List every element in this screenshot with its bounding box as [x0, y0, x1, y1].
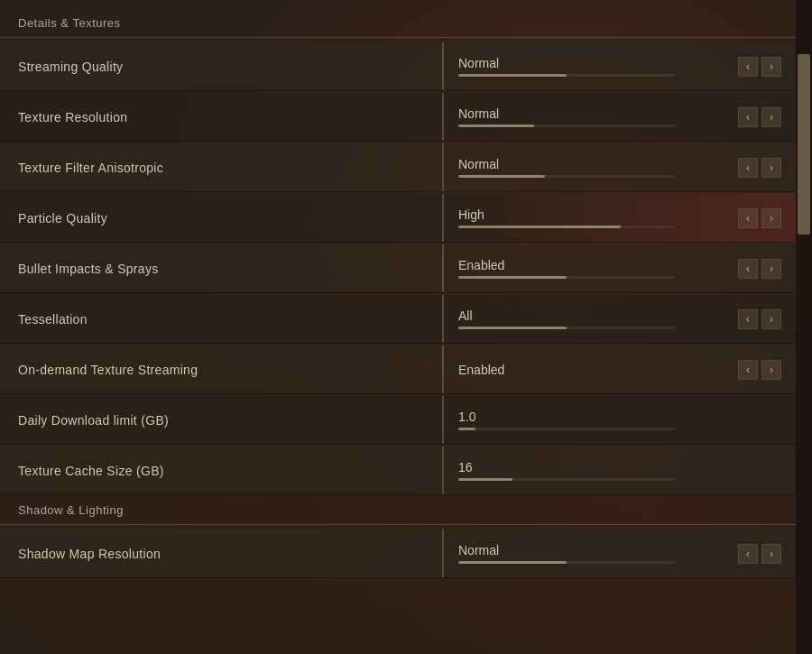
row-value-daily-download-limit: 1.0 — [451, 410, 789, 430]
row-arrows-texture-resolution: ‹› — [738, 107, 789, 127]
row-arrow-left-shadow-map-resolution[interactable]: ‹ — [738, 544, 758, 564]
row-arrow-right-tessellation[interactable]: › — [761, 309, 781, 329]
settings-page: Details & TexturesStreaming QualityNorma… — [0, 0, 812, 654]
row-label-bullet-impacts-sprays: Bullet Impacts & Sprays — [0, 262, 442, 276]
row-arrow-left-texture-filter-anisotropic[interactable]: ‹ — [738, 158, 758, 178]
row-value-area-particle-quality: High‹› — [442, 194, 796, 242]
settings-row-texture-filter-anisotropic: Texture Filter AnisotropicNormal‹› — [0, 143, 796, 192]
row-label-shadow-map-resolution: Shadow Map Resolution — [0, 547, 442, 561]
row-arrow-left-on-demand-texture-streaming[interactable]: ‹ — [738, 360, 758, 380]
row-arrow-left-bullet-impacts-sprays[interactable]: ‹ — [738, 259, 758, 279]
row-value-area-texture-filter-anisotropic: Normal‹› — [442, 143, 796, 191]
row-value-on-demand-texture-streaming: Enabled — [451, 363, 738, 377]
row-arrow-left-tessellation[interactable]: ‹ — [738, 309, 758, 329]
row-value-area-texture-cache-size: 16 — [442, 447, 796, 494]
row-bar-track-shadow-map-resolution — [458, 561, 675, 564]
row-label-texture-cache-size: Texture Cache Size (GB) — [0, 464, 442, 478]
row-value-texture-filter-anisotropic: Normal — [451, 157, 738, 178]
row-bar-fill-texture-cache-size — [458, 478, 512, 481]
row-label-texture-resolution: Texture Resolution — [0, 110, 442, 124]
row-value-streaming-quality: Normal — [451, 56, 738, 77]
row-value-shadow-map-resolution: Normal — [451, 543, 738, 564]
row-value-tessellation: All — [451, 309, 738, 329]
row-arrow-left-particle-quality[interactable]: ‹ — [738, 208, 758, 228]
settings-row-daily-download-limit: Daily Download limit (GB)1.0 — [0, 395, 796, 445]
row-bar-track-daily-download-limit — [458, 428, 675, 430]
row-arrow-right-texture-resolution[interactable]: › — [761, 107, 781, 127]
row-bar-fill-texture-filter-anisotropic — [458, 175, 545, 178]
row-arrows-shadow-map-resolution: ‹› — [738, 544, 789, 564]
row-value-texture-resolution: Normal — [451, 106, 738, 127]
settings-row-on-demand-texture-streaming: On-demand Texture StreamingEnabled‹› — [0, 345, 796, 394]
row-value-text-shadow-map-resolution: Normal — [458, 543, 738, 557]
row-arrow-right-streaming-quality[interactable]: › — [761, 57, 781, 77]
scrollbar-thumb[interactable] — [798, 54, 810, 235]
row-value-text-texture-cache-size: 16 — [458, 460, 789, 474]
row-bar-fill-bullet-impacts-sprays — [458, 276, 567, 279]
settings-row-tessellation: TessellationAll‹› — [0, 294, 796, 344]
row-value-area-texture-resolution: Normal‹› — [442, 93, 796, 141]
settings-content: Details & TexturesStreaming QualityNorma… — [0, 0, 796, 588]
settings-row-streaming-quality: Streaming QualityNormal‹› — [0, 41, 796, 91]
row-arrows-bullet-impacts-sprays: ‹› — [738, 259, 789, 279]
settings-row-texture-resolution: Texture ResolutionNormal‹› — [0, 92, 796, 142]
scrollbar-track[interactable] — [796, 0, 812, 654]
row-value-text-bullet-impacts-sprays: Enabled — [458, 258, 738, 272]
row-bar-fill-daily-download-limit — [458, 428, 475, 430]
row-arrow-right-on-demand-texture-streaming[interactable]: › — [761, 360, 781, 380]
row-arrow-right-bullet-impacts-sprays[interactable]: › — [761, 259, 781, 279]
row-label-particle-quality: Particle Quality — [0, 211, 442, 226]
row-arrow-right-texture-filter-anisotropic[interactable]: › — [761, 158, 781, 178]
row-value-text-tessellation: All — [458, 309, 738, 323]
row-bar-track-texture-resolution — [458, 124, 675, 127]
row-value-particle-quality: High — [451, 207, 738, 228]
row-value-area-daily-download-limit: 1.0 — [442, 396, 796, 444]
row-label-texture-filter-anisotropic: Texture Filter Anisotropic — [0, 161, 442, 175]
row-label-daily-download-limit: Daily Download limit (GB) — [0, 413, 442, 428]
row-bar-track-particle-quality — [458, 226, 675, 228]
row-value-area-tessellation: All‹› — [442, 295, 796, 343]
row-bar-track-streaming-quality — [458, 74, 675, 77]
row-bar-fill-particle-quality — [458, 226, 621, 228]
row-bar-track-texture-filter-anisotropic — [458, 175, 675, 178]
row-value-text-streaming-quality: Normal — [458, 56, 738, 70]
row-value-text-particle-quality: High — [458, 207, 738, 222]
row-label-streaming-quality: Streaming Quality — [0, 60, 442, 74]
settings-row-particle-quality: Particle QualityHigh‹› — [0, 193, 796, 243]
row-bar-track-tessellation — [458, 327, 675, 329]
row-arrow-left-texture-resolution[interactable]: ‹ — [738, 107, 758, 127]
settings-row-bullet-impacts-sprays: Bullet Impacts & SpraysEnabled‹› — [0, 244, 796, 293]
settings-row-texture-cache-size: Texture Cache Size (GB)16 — [0, 446, 796, 495]
row-value-text-texture-filter-anisotropic: Normal — [458, 157, 738, 171]
row-arrows-streaming-quality: ‹› — [738, 57, 789, 77]
row-bar-fill-shadow-map-resolution — [458, 561, 567, 564]
row-bar-track-bullet-impacts-sprays — [458, 276, 675, 279]
row-bar-track-texture-cache-size — [458, 478, 675, 481]
row-arrow-left-streaming-quality[interactable]: ‹ — [738, 57, 758, 77]
row-value-area-streaming-quality: Normal‹› — [442, 42, 796, 90]
row-bar-fill-tessellation — [458, 327, 567, 329]
row-label-tessellation: Tessellation — [0, 312, 442, 327]
section-header-shadow-lighting: Shadow & Lighting — [0, 496, 796, 525]
row-arrows-particle-quality: ‹› — [738, 208, 789, 228]
row-arrows-texture-filter-anisotropic: ‹› — [738, 158, 789, 178]
row-value-area-bullet-impacts-sprays: Enabled‹› — [442, 244, 796, 292]
row-value-text-on-demand-texture-streaming: Enabled — [458, 363, 738, 377]
section-header-details-textures: Details & Textures — [0, 9, 796, 38]
row-value-area-on-demand-texture-streaming: Enabled‹› — [442, 345, 796, 393]
row-label-on-demand-texture-streaming: On-demand Texture Streaming — [0, 363, 442, 377]
row-arrow-right-shadow-map-resolution[interactable]: › — [761, 544, 781, 564]
row-value-text-daily-download-limit: 1.0 — [458, 410, 789, 424]
row-arrows-tessellation: ‹› — [738, 309, 789, 329]
row-arrows-on-demand-texture-streaming: ‹› — [738, 360, 789, 380]
row-bar-fill-streaming-quality — [458, 74, 567, 77]
row-bar-fill-texture-resolution — [458, 124, 534, 127]
row-value-area-shadow-map-resolution: Normal‹› — [442, 530, 796, 577]
row-value-bullet-impacts-sprays: Enabled — [451, 258, 738, 279]
row-value-text-texture-resolution: Normal — [458, 106, 738, 121]
row-arrow-right-particle-quality[interactable]: › — [761, 208, 781, 228]
row-value-texture-cache-size: 16 — [451, 460, 789, 481]
settings-row-shadow-map-resolution: Shadow Map ResolutionNormal‹› — [0, 529, 796, 578]
